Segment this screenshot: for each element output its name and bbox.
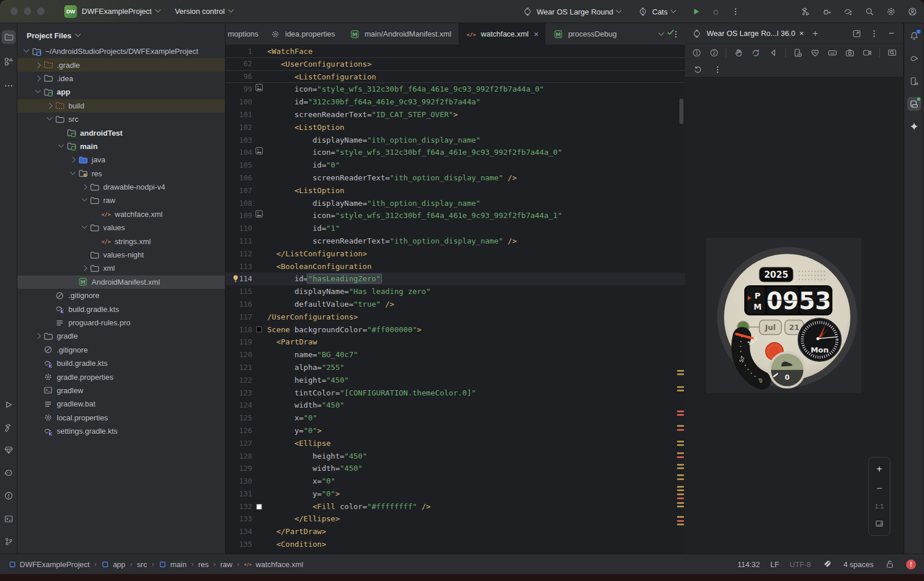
problems-tool-icon[interactable]	[2, 489, 16, 503]
gutter-line-128[interactable]: 128	[225, 450, 267, 463]
bookmark-icon[interactable]	[821, 558, 833, 570]
code-line-132[interactable]: 132 <Fill color="#ffffffff" />	[225, 500, 685, 513]
gutter-line-115[interactable]: 115	[225, 285, 267, 298]
tree-item-raw[interactable]: raw	[17, 194, 225, 207]
close-device-tab-icon[interactable]: ×	[799, 29, 804, 38]
screen-record-icon[interactable]	[862, 47, 873, 59]
gutter-line-100[interactable]: 100	[225, 96, 267, 108]
close-window-button[interactable]	[10, 8, 18, 15]
analysis-stripe-mark[interactable]	[677, 373, 684, 375]
chevron-right-icon[interactable]	[70, 157, 75, 163]
drawable-preview-icon[interactable]	[255, 209, 263, 222]
analysis-stripe-mark[interactable]	[677, 444, 684, 446]
open-in-window-icon[interactable]	[851, 28, 863, 39]
chevron-right-icon[interactable]	[35, 76, 41, 82]
gutter-line-134[interactable]: 134	[225, 525, 267, 538]
settings-gear-icon[interactable]	[885, 6, 897, 17]
annotate-1-icon[interactable]: 1	[691, 47, 702, 59]
structure-tool-icon[interactable]	[2, 55, 16, 68]
gutter-line-129[interactable]: 129	[225, 462, 267, 475]
zoom-in-button[interactable]: +	[876, 463, 882, 475]
code-line-121[interactable]: 121 alpha="255"	[225, 361, 685, 374]
chevron-down-icon[interactable]	[81, 223, 87, 229]
gutter-line-131[interactable]: 131	[225, 488, 267, 500]
code-line-104[interactable]: 104 icon="style_wfs_312c30bf_f64a_461e_9…	[225, 146, 685, 159]
analysis-stripe-mark[interactable]	[677, 441, 684, 442]
error-indicator[interactable]: !	[906, 560, 916, 569]
watch-screen-preview[interactable]: 2025 P M 09	[706, 238, 861, 393]
code-line-1[interactable]: 1<WatchFace	[225, 45, 685, 58]
analysis-stripe-mark[interactable]	[677, 467, 684, 469]
zoom-out-button[interactable]: −	[876, 483, 882, 495]
analysis-stripe-mark[interactable]	[677, 429, 684, 431]
gutter-line-122[interactable]: 122	[225, 374, 267, 387]
back-icon[interactable]	[767, 47, 779, 59]
code-line-96[interactable]: 96 <ListConfiguration	[225, 71, 685, 83]
analysis-stripe-mark[interactable]	[677, 452, 684, 454]
analysis-stripe-mark[interactable]	[677, 474, 684, 476]
chevron-right-icon[interactable]	[35, 333, 41, 339]
code-line-135[interactable]: 135 <Condition>	[225, 538, 685, 551]
profiler-icon[interactable]	[821, 6, 832, 17]
gemini-tool-icon[interactable]	[907, 119, 921, 133]
kebab-icon[interactable]	[712, 64, 723, 75]
hand-mode-icon[interactable]	[733, 47, 744, 59]
code-line-126[interactable]: 126 y="0">	[225, 424, 685, 437]
search-icon[interactable]	[864, 6, 875, 17]
tree-item-res[interactable]: res	[17, 167, 225, 180]
gutter-line-113[interactable]: 113	[225, 260, 267, 273]
gutter-line-133[interactable]: 133	[225, 513, 267, 525]
breadcrumb-item-src[interactable]: src	[137, 560, 147, 569]
minimize-window-button[interactable]	[24, 8, 31, 15]
unlock-icon[interactable]	[884, 558, 896, 570]
chevron-down-icon[interactable]	[70, 169, 75, 175]
analysis-stripe-mark[interactable]	[677, 524, 684, 525]
tree-item--AndroidStudioProjects-DWFExampleProject[interactable]: ~/AndroidStudioProjects/DWFExampleProjec…	[17, 45, 225, 58]
color-swatch-black-icon[interactable]	[256, 326, 262, 332]
tree-item--gitignore[interactable]: .gitignore	[17, 343, 225, 357]
chevron-right-icon[interactable]	[81, 184, 87, 190]
gutter-line-126[interactable]: 126	[225, 424, 267, 437]
version-control-tool-icon[interactable]	[2, 535, 16, 549]
device-manager-tool-icon[interactable]	[907, 74, 921, 88]
code-line-107[interactable]: 107 <ListOption	[225, 184, 685, 197]
gutter-line-99[interactable]: 99	[225, 83, 267, 96]
analysis-stripe-mark[interactable]	[677, 493, 684, 495]
profile-avatar-icon[interactable]	[907, 6, 918, 17]
gutter-line-110[interactable]: 110	[225, 222, 267, 235]
tree-item--gradle[interactable]: .gradle	[17, 58, 225, 71]
code-line-125[interactable]: 125 x="0"	[225, 412, 685, 424]
code-line-110[interactable]: 110 id="1"	[225, 222, 685, 235]
debug-button[interactable]	[710, 6, 722, 17]
code-line-122[interactable]: 122 height="450"	[225, 374, 685, 387]
code-line-131[interactable]: 131 y="0">	[225, 488, 685, 500]
chevron-right-icon[interactable]	[81, 266, 87, 271]
tree-item-build-gradle-kts[interactable]: Kbuild.gradle.kts	[17, 302, 225, 315]
chevron-down-icon[interactable]	[58, 142, 64, 148]
tree-item-androidTest[interactable]: androidTest	[17, 126, 225, 139]
reset-icon[interactable]	[692, 64, 704, 75]
chevron-right-icon[interactable]	[46, 103, 52, 108]
code-line-119[interactable]: 119 <PartDraw	[225, 336, 685, 348]
analysis-stripe-mark[interactable]	[677, 486, 684, 488]
more-tool-icon[interactable]	[2, 79, 16, 93]
gutter-line-112[interactable]: 112	[225, 248, 267, 260]
analysis-stripe-mark[interactable]	[677, 516, 684, 518]
build-tool-icon[interactable]	[2, 420, 16, 434]
tree-item-drawable-nodpi-v4[interactable]: drawable-nodpi-v4	[17, 180, 225, 194]
screenshot-icon[interactable]	[845, 47, 856, 59]
code-line-123[interactable]: 123 tintColor="[CONFIGURATION.themeColor…	[225, 387, 685, 400]
gradle-tool-icon[interactable]	[907, 52, 921, 66]
editor-tab-moptions[interactable]: moptions	[225, 23, 263, 45]
analysis-stripe-mark[interactable]	[677, 386, 684, 388]
tree-item-gradlew-bat[interactable]: gradlew.bat	[17, 397, 225, 411]
run-button[interactable]	[690, 6, 702, 17]
gutter-line-132[interactable]: 132	[225, 500, 267, 513]
gutter-line-135[interactable]: 135	[225, 538, 267, 551]
hidden-tabs-chevron-icon[interactable]	[659, 30, 664, 35]
gutter-line-96[interactable]: 96	[225, 71, 267, 83]
logcat-tool-icon[interactable]	[2, 466, 16, 480]
add-device-tab-icon[interactable]: +	[810, 28, 821, 39]
zoom-window-button[interactable]	[37, 8, 45, 15]
code-line-111[interactable]: 111 screenReaderText="ith_option_display…	[225, 235, 685, 248]
